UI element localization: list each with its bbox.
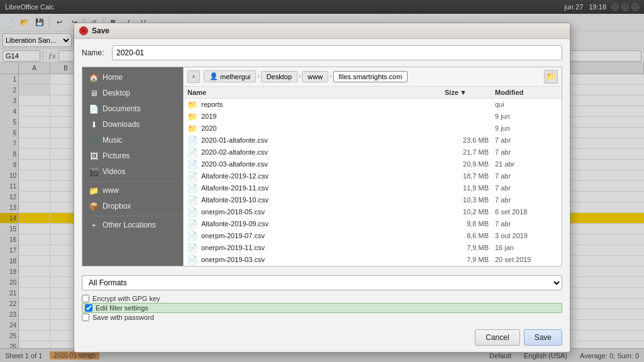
- place-dropbox[interactable]: 📦 Dropbox: [82, 199, 183, 214]
- place-music[interactable]: 🎵 Music: [82, 133, 183, 148]
- breadcrumb-www[interactable]: www: [302, 71, 328, 82]
- user-icon: 👤: [209, 72, 218, 80]
- breadcrumb-melhergui-label: melhergui: [220, 73, 250, 80]
- file-size: 7,9 MB: [445, 244, 495, 251]
- file-item[interactable]: 📁 reports qui: [184, 99, 562, 111]
- places-sep1: [82, 181, 183, 182]
- file-type-icon: 📄: [187, 160, 199, 169]
- file-name: onerpm-2019-07.csv: [201, 232, 445, 239]
- file-modified: 20 set 2019: [495, 256, 558, 263]
- breadcrumb-desktop[interactable]: Desktop: [261, 71, 297, 82]
- place-videos-label: Videos: [103, 167, 125, 176]
- breadcrumb-bar: ‹ 👤 melhergui › Desktop › www: [184, 67, 562, 87]
- file-name: 2020-01-altafonte.csv: [201, 136, 445, 144]
- file-name: 2020-02-altafonte.csv: [201, 148, 445, 156]
- file-item[interactable]: 📁 2019 9 jun: [184, 111, 562, 123]
- videos-icon: 🎬: [89, 167, 99, 177]
- file-name: reports: [201, 101, 445, 108]
- pictures-icon: 🖼: [89, 151, 99, 161]
- cancel-button[interactable]: Cancel: [475, 329, 519, 346]
- file-modified: 7 abr: [495, 172, 558, 180]
- file-type-icon: 📄: [187, 184, 199, 193]
- file-modified: 9 jun: [495, 112, 558, 120]
- file-item[interactable]: 📄 onerpm-2018-05.csv 10,2 MB 6 set 2018: [184, 206, 562, 218]
- place-videos[interactable]: 🎬 Videos: [82, 164, 183, 180]
- nav-back-button[interactable]: ‹: [187, 70, 200, 83]
- breadcrumb-files[interactable]: files.smartrights.com: [333, 71, 408, 82]
- place-www[interactable]: 📁 www: [82, 183, 183, 199]
- file-modified: 7 abr: [495, 148, 558, 156]
- file-type-icon: 📁: [187, 112, 199, 121]
- save-password-checkbox[interactable]: [82, 314, 89, 321]
- place-home[interactable]: 🏠 Home: [82, 70, 183, 85]
- file-item[interactable]: 📄 onerpm-2019-11.csv 7,9 MB 16 jan: [184, 242, 562, 254]
- bc-sep2: ›: [299, 73, 301, 80]
- file-item[interactable]: 📄 Altafonte-2019-09.csv 9,8 MB 7 abr: [184, 218, 562, 230]
- options-row: Encrypt with GPG key Edit filter setting…: [82, 294, 562, 322]
- place-downloads[interactable]: ⬇ Downloads: [82, 117, 183, 133]
- breadcrumb-melhergui[interactable]: 👤 melhergui: [204, 70, 256, 82]
- file-item[interactable]: 📄 Altafonte-2019-12.csv 18,7 MB 7 abr: [184, 170, 562, 182]
- bc-sep1: ›: [257, 73, 259, 80]
- file-size: 11,9 MB: [445, 184, 495, 192]
- name-row: Name:: [82, 45, 562, 60]
- file-type-icon: 📄: [187, 219, 199, 229]
- place-desktop[interactable]: 🖥 Desktop: [82, 85, 183, 101]
- edit-filter-label: Edit filter settings: [96, 304, 148, 312]
- col-header-size[interactable]: Size ▼: [445, 89, 495, 96]
- bc-sep3: ›: [330, 73, 331, 80]
- encrypt-checkbox[interactable]: [82, 295, 89, 302]
- encrypt-option: Encrypt with GPG key: [82, 294, 562, 303]
- file-type-icon: 📄: [187, 172, 199, 181]
- home-icon: 🏠: [89, 73, 99, 82]
- place-pictures[interactable]: 🖼 Pictures: [82, 148, 183, 164]
- place-other[interactable]: + Other Locations: [82, 217, 183, 233]
- dialog-title: Save: [92, 26, 109, 35]
- file-name: Altafonte-2019-12.csv: [201, 172, 445, 180]
- file-modified: 21 abr: [495, 160, 558, 168]
- file-modified: 7 abr: [495, 136, 558, 144]
- format-select[interactable]: All Formats CSV ODS XLSX: [82, 275, 562, 290]
- breadcrumb-desktop-label: Desktop: [267, 73, 292, 80]
- format-row: All Formats CSV ODS XLSX: [82, 272, 562, 294]
- place-desktop-label: Desktop: [103, 89, 130, 97]
- documents-icon: 📄: [89, 104, 99, 114]
- place-other-label: Other Locations: [103, 221, 156, 229]
- file-browser: 🏠 Home 🖥 Desktop 📄 Documents ⬇ Downloads: [82, 67, 562, 266]
- file-item[interactable]: 📄 2020-02-altafonte.csv 21,7 MB 7 abr: [184, 146, 562, 158]
- file-name: 2020: [201, 124, 445, 132]
- file-type-icon: 📄: [187, 148, 199, 157]
- col-header-modified: Modified: [495, 89, 558, 96]
- place-music-label: Music: [103, 136, 122, 145]
- file-size: 20,9 MB: [445, 160, 495, 168]
- place-documents[interactable]: 📄 Documents: [82, 101, 183, 117]
- nav-buttons: ‹: [187, 70, 200, 83]
- file-item[interactable]: 📄 onerpm-2019-07.csv 8,6 MB 3 out 2019: [184, 230, 562, 242]
- file-modified: 16 jan: [495, 244, 558, 251]
- file-size: 8,6 MB: [445, 232, 495, 239]
- file-item[interactable]: 📄 2020-01-altafonte.csv 23,6 MB 7 abr: [184, 134, 562, 146]
- filename-input[interactable]: [112, 45, 562, 60]
- file-size: 7,9 MB: [445, 256, 495, 263]
- file-name: 2019: [201, 112, 445, 120]
- breadcrumb-www-label: www: [308, 73, 323, 80]
- new-folder-button[interactable]: 📁: [544, 70, 558, 84]
- places-sep2: [82, 216, 183, 216]
- col-header-name: Name: [187, 89, 445, 96]
- other-icon: +: [89, 221, 99, 230]
- file-item[interactable]: 📄 2020-03-altafonte.csv 20,9 MB 21 abr: [184, 158, 562, 170]
- save-button[interactable]: Save: [524, 329, 562, 346]
- file-item[interactable]: 📄 Altafonte-2019-10.csv 10,3 MB 7 abr: [184, 194, 562, 206]
- desktop-icon: 🖥: [89, 89, 99, 98]
- edit-filter-checkbox[interactable]: [85, 304, 92, 312]
- name-label: Name:: [82, 48, 107, 57]
- file-modified: 9 jun: [495, 124, 558, 132]
- file-item[interactable]: 📁 2020 9 jun: [184, 123, 562, 134]
- file-name: Altafonte-2019-11.csv: [201, 184, 445, 192]
- www-icon: 📁: [89, 186, 99, 195]
- place-www-label: www: [103, 186, 119, 195]
- save-password-option: Save with password: [82, 313, 562, 322]
- file-item[interactable]: 📄 onerpm-2019-03.csv 7,9 MB 20 set 2019: [184, 254, 562, 266]
- dialog-close-button[interactable]: ✕: [79, 26, 88, 35]
- file-item[interactable]: 📄 Altafonte-2019-11.csv 11,9 MB 7 abr: [184, 182, 562, 194]
